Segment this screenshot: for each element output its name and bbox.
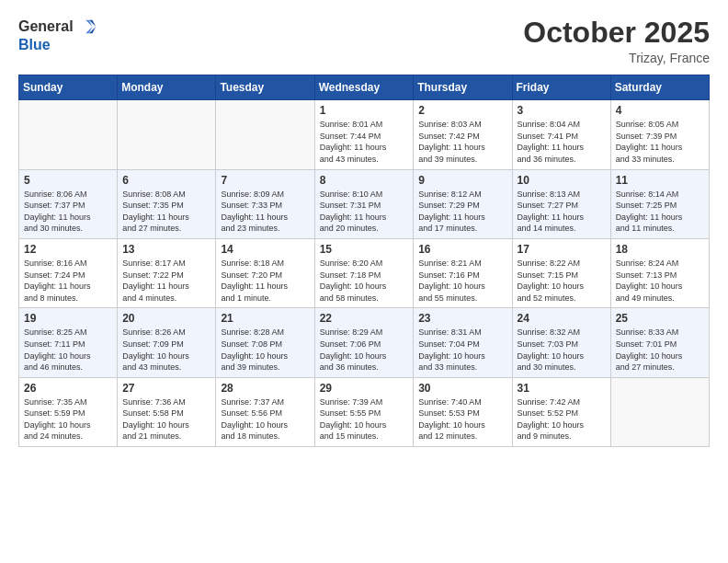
calendar-cell: 29Sunrise: 7:39 AM Sunset: 5:55 PM Dayli… [314,377,414,446]
day-info: Sunrise: 8:09 AM Sunset: 7:33 PM Dayligh… [221,189,309,235]
day-info: Sunrise: 8:25 AM Sunset: 7:11 PM Dayligh… [24,327,112,373]
day-info: Sunrise: 8:32 AM Sunset: 7:03 PM Dayligh… [518,327,606,373]
day-number: 4 [616,104,704,117]
header: General Blue October 2025 Trizay, France [18,17,710,65]
day-info: Sunrise: 8:08 AM Sunset: 7:35 PM Dayligh… [122,189,210,235]
day-number: 18 [616,243,704,256]
day-number: 29 [320,382,409,395]
day-info: Sunrise: 8:05 AM Sunset: 7:39 PM Dayligh… [616,119,704,165]
day-info: Sunrise: 8:28 AM Sunset: 7:08 PM Dayligh… [221,327,309,373]
calendar-week-row: 12Sunrise: 8:16 AM Sunset: 7:24 PM Dayli… [19,238,710,307]
day-number: 6 [122,174,210,187]
logo-text: General [18,17,97,37]
day-info: Sunrise: 8:31 AM Sunset: 7:04 PM Dayligh… [418,327,506,373]
day-number: 12 [24,243,112,256]
weekday-header: Thursday [414,75,512,100]
day-number: 21 [221,312,309,325]
day-info: Sunrise: 8:04 AM Sunset: 7:41 PM Dayligh… [518,119,606,165]
day-info: Sunrise: 8:06 AM Sunset: 7:37 PM Dayligh… [24,189,112,235]
calendar-week-row: 19Sunrise: 8:25 AM Sunset: 7:11 PM Dayli… [19,308,710,377]
day-number: 20 [122,312,210,325]
calendar-cell: 24Sunrise: 8:32 AM Sunset: 7:03 PM Dayli… [512,308,610,377]
calendar-cell: 27Sunrise: 7:36 AM Sunset: 5:58 PM Dayli… [118,377,216,446]
calendar-cell: 7Sunrise: 8:09 AM Sunset: 7:33 PM Daylig… [216,169,314,238]
day-info: Sunrise: 8:12 AM Sunset: 7:29 PM Dayligh… [418,189,506,235]
calendar: SundayMondayTuesdayWednesdayThursdayFrid… [18,75,710,447]
weekday-header: Saturday [610,75,709,100]
day-number: 10 [518,174,606,187]
day-info: Sunrise: 7:40 AM Sunset: 5:53 PM Dayligh… [418,396,506,442]
calendar-cell [19,100,118,169]
calendar-body: 1Sunrise: 8:01 AM Sunset: 7:44 PM Daylig… [19,100,710,447]
calendar-cell: 28Sunrise: 7:37 AM Sunset: 5:56 PM Dayli… [216,377,314,446]
month-title: October 2025 [523,17,710,49]
logo-blue: Blue [18,37,51,53]
day-number: 31 [518,382,606,395]
calendar-cell: 11Sunrise: 8:14 AM Sunset: 7:25 PM Dayli… [610,169,709,238]
day-info: Sunrise: 8:22 AM Sunset: 7:15 PM Dayligh… [518,258,606,304]
day-number: 7 [221,174,309,187]
day-info: Sunrise: 7:42 AM Sunset: 5:52 PM Dayligh… [518,396,606,442]
calendar-cell [610,377,709,446]
logo-icon [77,17,97,37]
day-info: Sunrise: 8:29 AM Sunset: 7:06 PM Dayligh… [320,327,409,373]
calendar-cell: 17Sunrise: 8:22 AM Sunset: 7:15 PM Dayli… [512,238,610,307]
day-number: 30 [418,382,506,395]
day-number: 23 [418,312,506,325]
calendar-cell: 15Sunrise: 8:20 AM Sunset: 7:18 PM Dayli… [314,238,414,307]
day-number: 11 [616,174,704,187]
day-info: Sunrise: 7:37 AM Sunset: 5:56 PM Dayligh… [221,396,309,442]
day-number: 28 [221,382,309,395]
calendar-cell: 3Sunrise: 8:04 AM Sunset: 7:41 PM Daylig… [512,100,610,169]
day-number: 13 [122,243,210,256]
calendar-cell: 9Sunrise: 8:12 AM Sunset: 7:29 PM Daylig… [414,169,512,238]
calendar-cell: 20Sunrise: 8:26 AM Sunset: 7:09 PM Dayli… [118,308,216,377]
calendar-week-row: 26Sunrise: 7:35 AM Sunset: 5:59 PM Dayli… [19,377,710,446]
day-info: Sunrise: 8:13 AM Sunset: 7:27 PM Dayligh… [518,189,606,235]
day-number: 17 [518,243,606,256]
calendar-cell: 22Sunrise: 8:29 AM Sunset: 7:06 PM Dayli… [314,308,414,377]
title-area: October 2025 Trizay, France [523,17,710,65]
calendar-cell: 6Sunrise: 8:08 AM Sunset: 7:35 PM Daylig… [118,169,216,238]
calendar-cell: 12Sunrise: 8:16 AM Sunset: 7:24 PM Dayli… [19,238,118,307]
day-info: Sunrise: 8:26 AM Sunset: 7:09 PM Dayligh… [122,327,210,373]
day-number: 27 [122,382,210,395]
calendar-cell [118,100,216,169]
weekday-header: Tuesday [216,75,314,100]
calendar-cell: 25Sunrise: 8:33 AM Sunset: 7:01 PM Dayli… [610,308,709,377]
logo-general: General [18,18,74,35]
calendar-cell: 18Sunrise: 8:24 AM Sunset: 7:13 PM Dayli… [610,238,709,307]
day-number: 26 [24,382,112,395]
day-number: 14 [221,243,309,256]
day-info: Sunrise: 8:24 AM Sunset: 7:13 PM Dayligh… [616,258,704,304]
calendar-cell: 5Sunrise: 8:06 AM Sunset: 7:37 PM Daylig… [19,169,118,238]
calendar-cell: 23Sunrise: 8:31 AM Sunset: 7:04 PM Dayli… [414,308,512,377]
day-number: 8 [320,174,409,187]
calendar-cell: 10Sunrise: 8:13 AM Sunset: 7:27 PM Dayli… [512,169,610,238]
weekday-header: Sunday [19,75,118,100]
location: Trizay, France [523,51,710,65]
calendar-week-row: 5Sunrise: 8:06 AM Sunset: 7:37 PM Daylig… [19,169,710,238]
day-number: 9 [418,174,506,187]
calendar-cell: 8Sunrise: 8:10 AM Sunset: 7:31 PM Daylig… [314,169,414,238]
day-info: Sunrise: 8:14 AM Sunset: 7:25 PM Dayligh… [616,189,704,235]
weekday-header: Monday [118,75,216,100]
page: General Blue October 2025 Trizay, France… [0,0,728,563]
day-info: Sunrise: 8:33 AM Sunset: 7:01 PM Dayligh… [616,327,704,373]
weekday-header-row: SundayMondayTuesdayWednesdayThursdayFrid… [19,75,710,100]
calendar-cell: 4Sunrise: 8:05 AM Sunset: 7:39 PM Daylig… [610,100,709,169]
day-number: 24 [518,312,606,325]
day-info: Sunrise: 8:16 AM Sunset: 7:24 PM Dayligh… [24,258,112,304]
day-number: 25 [616,312,704,325]
logo: General Blue [18,17,97,53]
calendar-cell: 16Sunrise: 8:21 AM Sunset: 7:16 PM Dayli… [414,238,512,307]
weekday-header: Wednesday [314,75,414,100]
day-number: 16 [418,243,506,256]
weekday-header: Friday [512,75,610,100]
day-number: 22 [320,312,409,325]
day-info: Sunrise: 8:03 AM Sunset: 7:42 PM Dayligh… [418,119,506,165]
calendar-cell: 19Sunrise: 8:25 AM Sunset: 7:11 PM Dayli… [19,308,118,377]
day-info: Sunrise: 8:01 AM Sunset: 7:44 PM Dayligh… [320,119,409,165]
day-info: Sunrise: 8:20 AM Sunset: 7:18 PM Dayligh… [320,258,409,304]
calendar-cell: 21Sunrise: 8:28 AM Sunset: 7:08 PM Dayli… [216,308,314,377]
